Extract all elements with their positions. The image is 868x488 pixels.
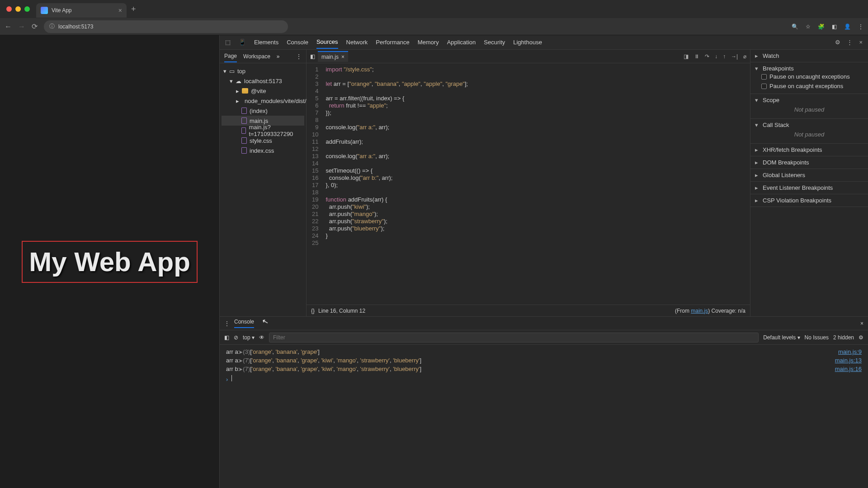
nav-tab-workspace[interactable]: Workspace [243, 53, 270, 60]
clear-console-icon[interactable]: ⊘ [234, 334, 238, 341]
tree-file-mainjs-query[interactable]: main.js?t=171093327290 [222, 126, 304, 136]
debugger-sidebar: Watch Breakpoints Pause on uncaught exce… [750, 50, 868, 316]
back-button[interactable]: ← [5, 23, 12, 31]
tab-network[interactable]: Network [346, 39, 368, 46]
console-log-row[interactable]: arr b: ▸ (7) ['orange', 'banana', 'grape… [220, 365, 868, 373]
tab-console[interactable]: Console [287, 39, 308, 46]
pause-script-icon[interactable]: ⏸ [694, 53, 699, 60]
pretty-print-icon[interactable]: {} [311, 308, 315, 314]
console-drawer: ⋮ Console × ◧ ⊘ top ▾ 👁 Default levels ▾… [220, 316, 868, 488]
browser-tab[interactable]: Vite App × [36, 3, 127, 18]
tab-sources[interactable]: Sources [316, 38, 338, 49]
live-expression-icon[interactable]: 👁 [259, 334, 264, 341]
console-prompt[interactable]: › [220, 373, 868, 385]
tree-top[interactable]: ▾ ▭ top [222, 66, 304, 76]
tab-title: Vite App [52, 7, 71, 14]
browser-tabstrip: Vite App × + [0, 0, 868, 18]
tree-folder-nodemodules[interactable]: ▸ node_modules/vite/dist/c [222, 96, 304, 106]
address-bar[interactable]: ⓘ localhost:5173 [44, 20, 288, 33]
device-toolbar-icon[interactable]: 📱 [239, 39, 246, 46]
inspect-icon[interactable]: ⬚ [225, 39, 231, 46]
zoom-icon[interactable]: 🔍 [792, 23, 798, 30]
pause-uncaught-checkbox[interactable]: Pause on uncaught exceptions [755, 72, 863, 81]
close-devtools-icon[interactable]: × [859, 39, 863, 46]
step-icon[interactable]: →| [731, 53, 738, 60]
toggle-sidebar-icon[interactable]: ◨ [684, 53, 689, 60]
devtools: ⬚ 📱 Elements Console Sources Network Per… [219, 35, 868, 488]
tree-file-indexcss[interactable]: index.css [222, 145, 304, 155]
tree-origin[interactable]: ▾ ☁ localhost:5173 [222, 76, 304, 86]
browser-toolbar: ← → ⟳ ⓘ localhost:5173 🔍 ☆ 🧩 ◧ 👤 ⋮ [0, 18, 868, 35]
settings-icon[interactable]: ⚙ [835, 39, 840, 46]
devtools-menu-icon[interactable]: ⋮ [847, 39, 853, 46]
section-event-listeners[interactable]: Event Listener Breakpoints [755, 184, 863, 191]
forward-button[interactable]: → [18, 23, 25, 31]
menu-icon[interactable]: ⋮ [858, 23, 863, 30]
tree-file-index[interactable]: (index) [222, 106, 304, 116]
deactivate-breakpoints-icon[interactable]: ⌀ [743, 53, 746, 60]
step-out-icon[interactable]: ↑ [723, 53, 726, 60]
page-heading: My Web App [29, 246, 190, 277]
step-into-icon[interactable]: ↓ [715, 53, 717, 60]
nav-tab-page[interactable]: Page [224, 53, 237, 62]
tab-memory[interactable]: Memory [418, 39, 439, 46]
extensions-icon[interactable]: 🧩 [818, 23, 825, 30]
console-filter-input[interactable] [269, 333, 759, 343]
source-map-link[interactable]: main.js [691, 308, 708, 314]
close-tab-icon[interactable]: × [118, 7, 122, 14]
nav-tab-more-icon[interactable]: » [277, 53, 280, 60]
tree-folder-vite[interactable]: ▸ @vite [222, 86, 304, 96]
drawer-tab-console[interactable]: Console [234, 319, 254, 328]
console-log-row[interactable]: arr a: ▸ (3) ['orange', 'banana', 'grape… [220, 347, 868, 356]
sidepanel-icon[interactable]: ◧ [832, 23, 837, 30]
tab-lighthouse[interactable]: Lighthouse [513, 39, 542, 46]
close-editor-tab-icon[interactable]: × [341, 54, 344, 60]
file-icon [241, 137, 247, 144]
context-selector[interactable]: top ▾ [243, 334, 255, 341]
section-scope[interactable]: Scope [755, 97, 863, 103]
section-dom-breakpoints[interactable]: DOM Breakpoints [755, 159, 863, 166]
code-editor[interactable]: 1234567891011121314151617181920212223242… [307, 63, 750, 305]
tab-elements[interactable]: Elements [254, 39, 278, 46]
frame-icon: ▭ [229, 68, 235, 75]
site-info-icon[interactable]: ⓘ [49, 23, 55, 30]
log-source-link[interactable]: main.js:13 [835, 357, 862, 364]
console-settings-icon[interactable]: ⚙ [859, 334, 863, 341]
step-over-icon[interactable]: ↷ [705, 53, 709, 60]
section-watch[interactable]: Watch [755, 52, 863, 59]
callstack-not-paused: Not paused [755, 128, 863, 141]
log-source-link[interactable]: main.js:16 [835, 366, 862, 372]
folder-icon [242, 88, 248, 94]
close-drawer-icon[interactable]: × [860, 320, 863, 327]
new-tab-button[interactable]: + [131, 5, 136, 14]
maximize-window-icon[interactable] [24, 6, 30, 12]
issues-indicator[interactable]: No Issues [805, 334, 829, 341]
reload-button[interactable]: ⟳ [32, 22, 38, 31]
tab-security[interactable]: Security [484, 39, 505, 46]
file-icon [241, 108, 247, 114]
section-callstack[interactable]: Call Stack [755, 122, 863, 128]
hidden-count[interactable]: 2 hidden [833, 334, 854, 341]
drawer-menu-icon[interactable]: ⋮ [224, 320, 230, 327]
editor-tab-mainjs[interactable]: main.js× [318, 51, 348, 62]
tab-application[interactable]: Application [447, 39, 476, 46]
profile-icon[interactable]: 👤 [844, 23, 851, 30]
bookmark-icon[interactable]: ☆ [806, 23, 811, 30]
section-xhr[interactable]: XHR/fetch Breakpoints [755, 146, 863, 153]
close-window-icon[interactable] [6, 6, 12, 12]
vite-favicon-icon [41, 7, 48, 14]
pause-caught-checkbox[interactable]: Pause on caught exceptions [755, 81, 863, 91]
nav-menu-icon[interactable]: ⋮ [296, 53, 302, 60]
console-sidebar-icon[interactable]: ◧ [224, 334, 229, 341]
log-source-link[interactable]: main.js:9 [838, 348, 862, 355]
console-log-row[interactable]: arr a: ▸ (7) ['orange', 'banana', 'grape… [220, 356, 868, 365]
toggle-navigator-icon[interactable]: ◧ [310, 53, 315, 60]
tab-performance[interactable]: Performance [376, 39, 409, 46]
minimize-window-icon[interactable] [15, 6, 21, 12]
cloud-icon: ☁ [236, 78, 241, 84]
section-csp[interactable]: CSP Violation Breakpoints [755, 197, 863, 204]
section-global-listeners[interactable]: Global Listeners [755, 172, 863, 178]
section-breakpoints[interactable]: Breakpoints [755, 65, 863, 72]
file-icon [241, 117, 247, 124]
log-levels-dropdown[interactable]: Default levels ▾ [763, 334, 800, 341]
